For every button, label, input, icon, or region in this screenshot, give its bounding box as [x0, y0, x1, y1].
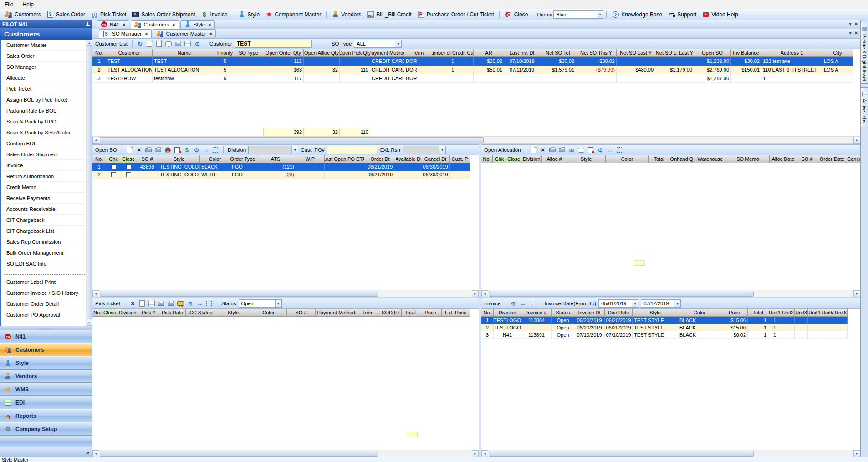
column-header-alloc[interactable]: Alloc # — [542, 155, 567, 163]
menu-help[interactable]: Help — [22, 1, 34, 8]
column-header-order-dt[interactable]: Order Dt — [364, 155, 396, 163]
column-header-no[interactable]: No. — [92, 155, 106, 163]
nav-wms[interactable]: WMS — [0, 383, 92, 396]
gear-icon[interactable] — [187, 300, 194, 307]
column-header-unit1[interactable]: Unit1 — [768, 309, 781, 317]
invoice-date-to-select[interactable]: 07/12/2019▾ — [641, 299, 681, 308]
open-so-hscrollbar[interactable]: ◄ ► — [92, 290, 479, 297]
fit-screen-icon[interactable] — [529, 300, 536, 307]
new-doc-icon[interactable] — [530, 147, 537, 153]
column-header-division[interactable]: Division — [521, 155, 542, 163]
sidebar-scrollbar[interactable]: ▲ ▼ — [86, 40, 92, 326]
column-header-cc-status[interactable]: CC Status — [186, 309, 216, 317]
column-header-unit5[interactable]: Unit5 — [821, 309, 834, 317]
column-header-pick[interactable]: Pick # — [138, 309, 159, 317]
column-header-no[interactable]: No. — [92, 49, 106, 57]
scroll-up-icon[interactable]: ▲ — [87, 40, 92, 46]
nav-edi[interactable]: EDI — [0, 396, 92, 409]
sidebar-item-cit-chargeback-list[interactable]: CIT Chargeback List — [1, 226, 86, 236]
print-icon[interactable] — [559, 147, 566, 153]
scroll-left-icon[interactable]: ◄ — [92, 137, 99, 144]
gear-icon[interactable] — [194, 41, 201, 47]
column-header-customer[interactable]: Customer — [106, 49, 153, 57]
column-header-last-inv-dt[interactable]: Last Inv. Dt — [504, 49, 540, 57]
sidebar-item-return-authorization[interactable]: Return Authorization — [1, 171, 86, 182]
style-button[interactable]: Style — [236, 10, 262, 18]
column-header-sod-id[interactable]: SOD ID — [379, 309, 402, 317]
column-header-address-1[interactable]: Address 1 — [761, 49, 822, 57]
column-header-available-dt[interactable]: Available Dt — [396, 155, 421, 163]
edit-icon[interactable] — [174, 147, 181, 153]
column-header-style[interactable]: Style — [216, 309, 250, 317]
sidebar-item-customer-master[interactable]: Customer Master — [1, 40, 86, 51]
table-row[interactable]: 3TESTSHOWtestshow5117CREDIT CARDDOR$1,28… — [92, 74, 853, 83]
dollar-icon[interactable] — [184, 147, 190, 153]
purchase-order-cut-ticket-button[interactable]: Purchase Order / Cut Ticket — [415, 10, 496, 18]
status-select[interactable]: Open▾ — [239, 299, 282, 308]
checkbox[interactable] — [111, 172, 116, 177]
column-header-ar[interactable]: AR — [474, 49, 504, 57]
column-header-cancel-date[interactable]: Cancel Date — [847, 155, 860, 163]
tab-n41[interactable]: N41× — [97, 20, 129, 28]
table-row[interactable]: 143898TESTING_COLORBLACKFGO(121)06/21/20… — [92, 163, 470, 171]
print-icon[interactable] — [145, 147, 152, 153]
column-header-invoice[interactable]: Invoice # — [521, 309, 552, 317]
side-tab-picture-digital-asset[interactable]: Picture & Digital Asset — [860, 23, 868, 84]
column-header-invoice-dt[interactable]: Invoice Dt — [574, 309, 605, 317]
column-header-so-memo[interactable]: SO Memo — [726, 155, 770, 163]
sidebar-item-so-manager[interactable]: SO Manager — [1, 62, 86, 72]
print-icon[interactable] — [155, 147, 162, 153]
column-header-no[interactable]: No. — [481, 309, 494, 317]
column-header-unit3[interactable]: Unit3 — [795, 309, 808, 317]
sales-order-button[interactable]: Sales Order — [44, 10, 87, 18]
column-header-net-so-l-last-y[interactable]: Net SO L. Last Y — [655, 49, 694, 57]
new-doc-icon[interactable] — [126, 147, 133, 153]
column-header-total[interactable]: Total — [649, 155, 669, 163]
column-header-color[interactable]: Color — [250, 309, 287, 317]
tab-customer-master[interactable]: Customer Master× — [153, 29, 216, 37]
cust-po-input[interactable] — [327, 146, 377, 154]
pin-icon[interactable] — [86, 22, 90, 26]
column-header-close[interactable]: Close — [121, 155, 136, 163]
fit-width-icon[interactable] — [203, 147, 209, 153]
tab-so-manager[interactable]: SO Manager× — [99, 29, 152, 38]
checkbox[interactable] — [126, 164, 131, 169]
scroll-right-icon[interactable]: ► — [472, 290, 479, 297]
column-header-payment-method[interactable]: Payment Method — [316, 309, 357, 317]
column-header-chk[interactable]: Chk — [493, 155, 506, 163]
edit-icon[interactable] — [587, 147, 594, 153]
customer-hscrollbar[interactable]: ◄ ► — [92, 136, 860, 143]
bill-bill-credit-button[interactable]: Bill _Bill Credit — [364, 10, 414, 18]
column-header-number-of-credit-card[interactable]: Number of Credit Card — [432, 49, 474, 57]
sidebar-overflow-chevron[interactable]: » — [0, 447, 92, 457]
close-icon[interactable]: × — [209, 31, 212, 36]
column-header-chk[interactable]: Chk — [106, 155, 121, 163]
column-header-due-date[interactable]: Due Date — [605, 309, 633, 317]
sidebar-item-scan-pack-by-style-color[interactable]: Scan & Pack by Style/Color — [1, 127, 86, 138]
scroll-left-icon[interactable]: ◄ — [481, 450, 488, 457]
fit-width-icon[interactable] — [196, 300, 203, 307]
close-x-icon[interactable] — [540, 147, 546, 153]
pick-ticket-button[interactable]: Pick Ticket — [88, 10, 128, 18]
column-header-close[interactable]: Close — [102, 309, 117, 317]
sidebar-item-pick-ticket[interactable]: Pick Ticket — [1, 83, 86, 94]
new-doc-icon[interactable] — [139, 300, 146, 307]
column-header-style[interactable]: Style — [633, 309, 678, 317]
pie-icon[interactable] — [164, 147, 171, 153]
sidebar-item-confirm-bol[interactable]: Confirm BOL — [1, 138, 86, 149]
customers-button[interactable]: Customers — [3, 10, 43, 18]
table-row[interactable]: 1TESTTEST5112CREDIT CARDDOR1$30.0207/10/… — [92, 57, 853, 66]
column-header-net-so-last-y[interactable]: Net SO Last Y — [617, 49, 655, 57]
tab-row-close-icon[interactable]: ✕ — [854, 21, 858, 26]
sidebar-item-cit-chargeback[interactable]: CIT Chargeback — [1, 215, 86, 226]
print-icon[interactable] — [549, 147, 556, 153]
scroll-left-icon[interactable]: ◄ — [481, 290, 488, 297]
grid-icon[interactable] — [184, 41, 191, 47]
truck-icon[interactable] — [177, 300, 184, 307]
sidebar-item-credit-memo[interactable]: Credit Memo — [1, 182, 86, 193]
column-header-order-date[interactable]: Order Date — [817, 155, 847, 163]
column-header-division[interactable]: Division — [117, 309, 138, 317]
subtab-menu-chevron-icon[interactable]: ▾ — [849, 31, 852, 36]
sidebar-item-customer-invoice-s-o-history[interactable]: Customer Invoice / S.O History — [1, 287, 86, 298]
nav-company-setup[interactable]: Company Setup — [0, 422, 92, 436]
